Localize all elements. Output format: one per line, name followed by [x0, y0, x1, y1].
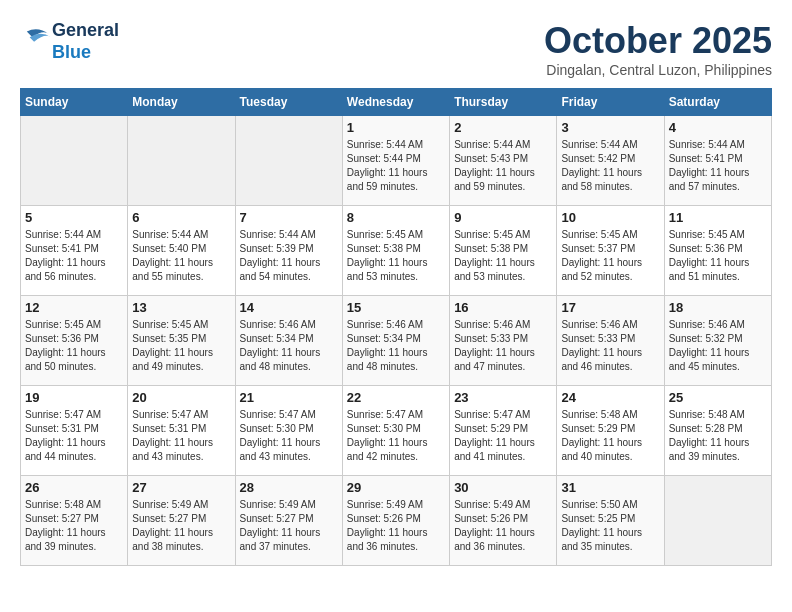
day-number: 29	[347, 480, 445, 495]
day-number: 9	[454, 210, 552, 225]
day-number: 1	[347, 120, 445, 135]
header: General Blue October 2025 Dingalan, Cent…	[20, 20, 772, 78]
day-number: 4	[669, 120, 767, 135]
weekday-header-friday: Friday	[557, 89, 664, 116]
day-cell: 9Sunrise: 5:45 AMSunset: 5:38 PMDaylight…	[450, 206, 557, 296]
week-row-5: 26Sunrise: 5:48 AMSunset: 5:27 PMDayligh…	[21, 476, 772, 566]
day-info: Sunrise: 5:44 AMSunset: 5:44 PMDaylight:…	[347, 138, 445, 194]
day-info: Sunrise: 5:48 AMSunset: 5:29 PMDaylight:…	[561, 408, 659, 464]
week-row-3: 12Sunrise: 5:45 AMSunset: 5:36 PMDayligh…	[21, 296, 772, 386]
day-cell: 29Sunrise: 5:49 AMSunset: 5:26 PMDayligh…	[342, 476, 449, 566]
day-cell	[664, 476, 771, 566]
day-cell	[128, 116, 235, 206]
weekday-header-wednesday: Wednesday	[342, 89, 449, 116]
day-info: Sunrise: 5:47 AMSunset: 5:30 PMDaylight:…	[240, 408, 338, 464]
day-info: Sunrise: 5:49 AMSunset: 5:27 PMDaylight:…	[132, 498, 230, 554]
logo: General Blue	[20, 20, 119, 63]
logo-icon	[24, 26, 52, 54]
day-cell: 15Sunrise: 5:46 AMSunset: 5:34 PMDayligh…	[342, 296, 449, 386]
weekday-header-tuesday: Tuesday	[235, 89, 342, 116]
day-cell: 8Sunrise: 5:45 AMSunset: 5:38 PMDaylight…	[342, 206, 449, 296]
day-cell: 25Sunrise: 5:48 AMSunset: 5:28 PMDayligh…	[664, 386, 771, 476]
day-number: 14	[240, 300, 338, 315]
day-info: Sunrise: 5:47 AMSunset: 5:31 PMDaylight:…	[132, 408, 230, 464]
day-cell	[235, 116, 342, 206]
day-cell: 30Sunrise: 5:49 AMSunset: 5:26 PMDayligh…	[450, 476, 557, 566]
day-number: 19	[25, 390, 123, 405]
logo-line1: General	[52, 20, 119, 42]
day-cell: 14Sunrise: 5:46 AMSunset: 5:34 PMDayligh…	[235, 296, 342, 386]
day-number: 20	[132, 390, 230, 405]
month-title: October 2025	[544, 20, 772, 62]
day-cell: 4Sunrise: 5:44 AMSunset: 5:41 PMDaylight…	[664, 116, 771, 206]
day-info: Sunrise: 5:45 AMSunset: 5:36 PMDaylight:…	[669, 228, 767, 284]
day-number: 13	[132, 300, 230, 315]
day-number: 12	[25, 300, 123, 315]
day-info: Sunrise: 5:44 AMSunset: 5:41 PMDaylight:…	[25, 228, 123, 284]
weekday-header-saturday: Saturday	[664, 89, 771, 116]
day-info: Sunrise: 5:44 AMSunset: 5:40 PMDaylight:…	[132, 228, 230, 284]
day-cell: 17Sunrise: 5:46 AMSunset: 5:33 PMDayligh…	[557, 296, 664, 386]
day-number: 10	[561, 210, 659, 225]
day-info: Sunrise: 5:45 AMSunset: 5:37 PMDaylight:…	[561, 228, 659, 284]
week-row-1: 1Sunrise: 5:44 AMSunset: 5:44 PMDaylight…	[21, 116, 772, 206]
day-info: Sunrise: 5:46 AMSunset: 5:33 PMDaylight:…	[561, 318, 659, 374]
day-cell: 27Sunrise: 5:49 AMSunset: 5:27 PMDayligh…	[128, 476, 235, 566]
day-cell: 28Sunrise: 5:49 AMSunset: 5:27 PMDayligh…	[235, 476, 342, 566]
day-number: 27	[132, 480, 230, 495]
day-number: 23	[454, 390, 552, 405]
week-row-4: 19Sunrise: 5:47 AMSunset: 5:31 PMDayligh…	[21, 386, 772, 476]
day-cell: 5Sunrise: 5:44 AMSunset: 5:41 PMDaylight…	[21, 206, 128, 296]
day-cell: 19Sunrise: 5:47 AMSunset: 5:31 PMDayligh…	[21, 386, 128, 476]
day-info: Sunrise: 5:50 AMSunset: 5:25 PMDaylight:…	[561, 498, 659, 554]
day-number: 6	[132, 210, 230, 225]
day-number: 26	[25, 480, 123, 495]
day-cell: 7Sunrise: 5:44 AMSunset: 5:39 PMDaylight…	[235, 206, 342, 296]
day-cell: 6Sunrise: 5:44 AMSunset: 5:40 PMDaylight…	[128, 206, 235, 296]
title-area: October 2025 Dingalan, Central Luzon, Ph…	[544, 20, 772, 78]
day-cell: 10Sunrise: 5:45 AMSunset: 5:37 PMDayligh…	[557, 206, 664, 296]
day-info: Sunrise: 5:49 AMSunset: 5:27 PMDaylight:…	[240, 498, 338, 554]
calendar-table: SundayMondayTuesdayWednesdayThursdayFrid…	[20, 88, 772, 566]
day-info: Sunrise: 5:49 AMSunset: 5:26 PMDaylight:…	[454, 498, 552, 554]
day-info: Sunrise: 5:45 AMSunset: 5:38 PMDaylight:…	[454, 228, 552, 284]
weekday-header-sunday: Sunday	[21, 89, 128, 116]
day-info: Sunrise: 5:44 AMSunset: 5:43 PMDaylight:…	[454, 138, 552, 194]
day-cell: 13Sunrise: 5:45 AMSunset: 5:35 PMDayligh…	[128, 296, 235, 386]
day-number: 15	[347, 300, 445, 315]
weekday-header-monday: Monday	[128, 89, 235, 116]
weekday-header-row: SundayMondayTuesdayWednesdayThursdayFrid…	[21, 89, 772, 116]
day-number: 7	[240, 210, 338, 225]
day-info: Sunrise: 5:46 AMSunset: 5:34 PMDaylight:…	[240, 318, 338, 374]
day-info: Sunrise: 5:44 AMSunset: 5:39 PMDaylight:…	[240, 228, 338, 284]
day-number: 11	[669, 210, 767, 225]
day-number: 8	[347, 210, 445, 225]
day-cell: 16Sunrise: 5:46 AMSunset: 5:33 PMDayligh…	[450, 296, 557, 386]
day-number: 25	[669, 390, 767, 405]
day-cell: 18Sunrise: 5:46 AMSunset: 5:32 PMDayligh…	[664, 296, 771, 386]
day-cell: 11Sunrise: 5:45 AMSunset: 5:36 PMDayligh…	[664, 206, 771, 296]
day-cell: 20Sunrise: 5:47 AMSunset: 5:31 PMDayligh…	[128, 386, 235, 476]
day-cell: 1Sunrise: 5:44 AMSunset: 5:44 PMDaylight…	[342, 116, 449, 206]
day-info: Sunrise: 5:48 AMSunset: 5:28 PMDaylight:…	[669, 408, 767, 464]
day-info: Sunrise: 5:47 AMSunset: 5:30 PMDaylight:…	[347, 408, 445, 464]
weekday-header-thursday: Thursday	[450, 89, 557, 116]
day-number: 21	[240, 390, 338, 405]
day-cell: 26Sunrise: 5:48 AMSunset: 5:27 PMDayligh…	[21, 476, 128, 566]
week-row-2: 5Sunrise: 5:44 AMSunset: 5:41 PMDaylight…	[21, 206, 772, 296]
day-cell: 31Sunrise: 5:50 AMSunset: 5:25 PMDayligh…	[557, 476, 664, 566]
day-cell: 12Sunrise: 5:45 AMSunset: 5:36 PMDayligh…	[21, 296, 128, 386]
day-cell: 21Sunrise: 5:47 AMSunset: 5:30 PMDayligh…	[235, 386, 342, 476]
day-number: 3	[561, 120, 659, 135]
day-cell: 23Sunrise: 5:47 AMSunset: 5:29 PMDayligh…	[450, 386, 557, 476]
day-info: Sunrise: 5:49 AMSunset: 5:26 PMDaylight:…	[347, 498, 445, 554]
day-cell	[21, 116, 128, 206]
location-title: Dingalan, Central Luzon, Philippines	[544, 62, 772, 78]
day-info: Sunrise: 5:44 AMSunset: 5:41 PMDaylight:…	[669, 138, 767, 194]
day-info: Sunrise: 5:47 AMSunset: 5:29 PMDaylight:…	[454, 408, 552, 464]
day-number: 28	[240, 480, 338, 495]
day-info: Sunrise: 5:44 AMSunset: 5:42 PMDaylight:…	[561, 138, 659, 194]
day-info: Sunrise: 5:45 AMSunset: 5:35 PMDaylight:…	[132, 318, 230, 374]
day-number: 22	[347, 390, 445, 405]
day-info: Sunrise: 5:46 AMSunset: 5:34 PMDaylight:…	[347, 318, 445, 374]
